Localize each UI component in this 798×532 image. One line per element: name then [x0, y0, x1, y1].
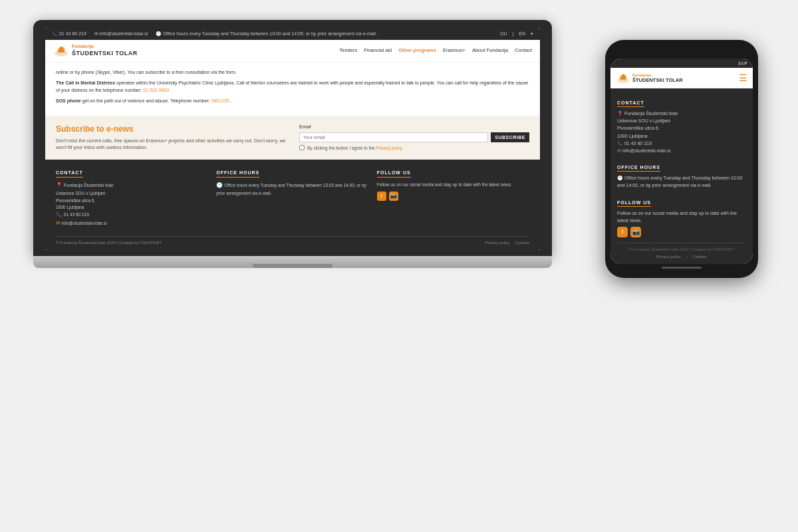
privacy-policy-link[interactable]: Privacy policy [485, 240, 510, 245]
laptop-screen-inner: 📞 01 43 80 219 ✉ info@studentski-tolar.s… [45, 28, 540, 251]
phone-contact-section: CONTACT 📍 Fundacija Študentski tolar Ust… [617, 95, 746, 154]
footer-follow-text: Follow us on our social media and stay u… [377, 182, 529, 188]
bold-label-2: SOS phone [56, 98, 81, 103]
laptop-base [33, 256, 552, 268]
laptop-screen-outer: 📞 01 43 80 219 ✉ info@studentski-tolar.s… [33, 20, 552, 256]
instagram-icon[interactable]: 📷 [389, 192, 398, 201]
phone-separator: | [686, 255, 688, 259]
nav-contact[interactable]: Contact [515, 47, 532, 55]
phone-logo-icon [616, 72, 630, 84]
footer-col-follow: FOLLOW US Follow us on our social media … [377, 169, 529, 228]
subscribe-section: Subscribe to e-news Don't miss the curre… [45, 116, 540, 160]
paragraph1: online or by phone (Skype, Viber). You c… [56, 69, 529, 76]
privacy-link[interactable]: Privacy policy [376, 146, 402, 150]
footer-phone-icon: 📞 [56, 211, 63, 217]
checkbox-row: By clicking the button I agree to the Pr… [299, 145, 529, 151]
checkbox-text: By clicking the button I agree to the Pr… [307, 145, 402, 151]
footer-clock-icon: 🕐 [216, 182, 223, 188]
footer-bottom: © Fundacija Študentski tolar 2024 | Crea… [56, 236, 529, 245]
phone-chevron-icon: ▾ [745, 61, 747, 66]
phone-logo[interactable]: Fundacija ŠTUDENTSKI TOLAR [616, 72, 683, 84]
phone-footer-email: ✉ info@studentski-tolar.si [617, 147, 746, 154]
paragraph3: SOS phone get on the path out of violenc… [56, 98, 529, 105]
phone-cookies-link[interactable]: Cookies [692, 255, 707, 259]
phone: EN ▾ Fundacija ŠTUDENTSKI TOLAR [605, 40, 758, 278]
bold-label-1: The Call in Mental Distress [56, 80, 115, 85]
svg-point-3 [622, 74, 624, 77]
email-icon: ✉ info@studentski-tolar.si [94, 31, 148, 37]
phone-screen: EN ▾ Fundacija ŠTUDENTSKI TOLAR [610, 59, 753, 264]
phone-pin-icon: 📍 [617, 111, 623, 116]
logo-fundacija: Fundacija [72, 44, 138, 49]
footer-col-contact: CONTACT 📍 Fundacija Študentski tolar Ust… [56, 169, 208, 228]
phone-outer: EN ▾ Fundacija ŠTUDENTSKI TOLAR [605, 40, 758, 278]
phone-hours-title: OFFICE HOURS [617, 165, 660, 172]
phone-instagram-icon[interactable]: 📷 [630, 227, 641, 237]
logo[interactable]: Fundacija ŠTUDENTSKI TOLAR [53, 44, 138, 58]
nav-tenders[interactable]: Tenders [339, 47, 357, 55]
nav-about[interactable]: About Fundacija [472, 47, 508, 55]
phone-nav: Fundacija ŠTUDENTSKI TOLAR ☰ [610, 68, 753, 88]
topbar-right: OU | EN ▾ [500, 31, 533, 37]
svg-point-1 [60, 47, 63, 50]
footer-contact-title: CONTACT [56, 170, 83, 178]
footer-hours-title: OFFICE HOURS [216, 170, 259, 178]
nav-erasmus[interactable]: Erasmus+ [443, 47, 466, 55]
navbar: Fundacija ŠTUDENTSKI TOLAR Tenders Finan… [45, 40, 540, 63]
topbar-email: info@studentski-tolar.si [100, 31, 148, 36]
footer-col-hours: OFFICE HOURS 🕐 Office hours every Tuesda… [216, 169, 368, 228]
nav-other-programs[interactable]: Other programs [398, 47, 436, 55]
footer-links: Privacy policy Cookies [485, 240, 529, 245]
phone-hours-section: OFFICE HOURS 🕐 Office hours every Tuesda… [617, 160, 746, 189]
phone-contact-title: CONTACT [617, 100, 644, 107]
phone-copyright: © Fundacija Študentski tolar 2024 | Crea… [617, 247, 746, 253]
phone-footer-bottom: © Fundacija Študentski tolar 2024 | Crea… [617, 243, 746, 259]
subscribe-button[interactable]: SUBSCRIBE [491, 132, 529, 142]
nav-links: Tenders Financial aid Other programs Era… [339, 47, 532, 55]
phone-social-icons: f 📷 [617, 227, 746, 237]
paragraph2: The Call in Mental Distress operates wit… [56, 80, 529, 94]
lang-ou[interactable]: OU [500, 31, 507, 37]
subscribe-title: Subscribe to e-news [56, 124, 286, 135]
phone-footer-links: Privacy policy | Cookies [617, 255, 746, 259]
phone-email-icon: ✉ [617, 148, 621, 153]
subscribe-right: Email SUBSCRIBE By clicking the button I… [299, 124, 529, 151]
paragraph3-text: get on the path out of violence and abus… [82, 98, 211, 103]
phone-home-indicator [662, 267, 702, 269]
footer-follow-title: FOLLOW US [377, 170, 411, 178]
lang-en[interactable]: EN [519, 31, 525, 37]
footer-address: 📍 Fundacija Študentski tolar Ustanova SO… [56, 182, 208, 211]
topbar-left: 📞 01 43 80 219 ✉ info@studentski-tolar.s… [52, 31, 377, 37]
phone-footer: CONTACT 📍 Fundacija Študentski tolar Ust… [610, 88, 753, 264]
footer-copyright: © Fundacija Študentski tolar 2024 | Crea… [56, 240, 162, 245]
topbar-hours: Office hours every Tuesday and Thursday … [163, 31, 377, 36]
facebook-icon[interactable]: f [377, 192, 386, 201]
subscribe-desc: Don't miss the current calls, free space… [56, 138, 286, 152]
hamburger-menu[interactable]: ☰ [739, 73, 747, 82]
phone-notch [655, 49, 708, 56]
clock-icon: 🕐 Office hours every Tuesday and Thursda… [156, 31, 377, 37]
footer-cols: CONTACT 📍 Fundacija Študentski tolar Ust… [56, 169, 529, 228]
footer-email-icon: ✉ [56, 220, 61, 226]
laptop: 📞 01 43 80 219 ✉ info@studentski-tolar.s… [33, 20, 552, 268]
chevron-down-icon: ▾ [531, 31, 533, 37]
phone-lang-en[interactable]: EN [738, 61, 745, 66]
cookies-link[interactable]: Cookies [515, 240, 529, 245]
footer: CONTACT 📍 Fundacija Študentski tolar Ust… [45, 160, 540, 251]
email-label: Email [299, 124, 529, 130]
phone-facebook-icon[interactable]: f [617, 227, 628, 237]
footer-phone: 📞 01 43 80 219 [56, 211, 208, 219]
phone-topbar: EN ▾ [610, 59, 753, 68]
social-icons: f 📷 [377, 192, 529, 201]
phone-link-2[interactable]: 0801155 [211, 98, 229, 103]
nav-financial-aid[interactable]: Financial aid [364, 47, 392, 55]
subscribe-left: Subscribe to e-news Don't miss the curre… [56, 124, 286, 152]
phone-clock-icon: 🕐 [617, 176, 623, 180]
footer-email: ✉ info@studentski-tolar.si [56, 219, 208, 228]
phone-phone-icon: 📞 [617, 141, 623, 146]
email-input[interactable] [299, 132, 488, 142]
privacy-checkbox[interactable] [299, 145, 305, 150]
phone-follow-section: FOLLOW US Follow us on our social media … [617, 195, 746, 237]
phone-link-1[interactable]: 01 520 9900 [143, 88, 169, 92]
phone-privacy-link[interactable]: Privacy policy [656, 255, 681, 259]
